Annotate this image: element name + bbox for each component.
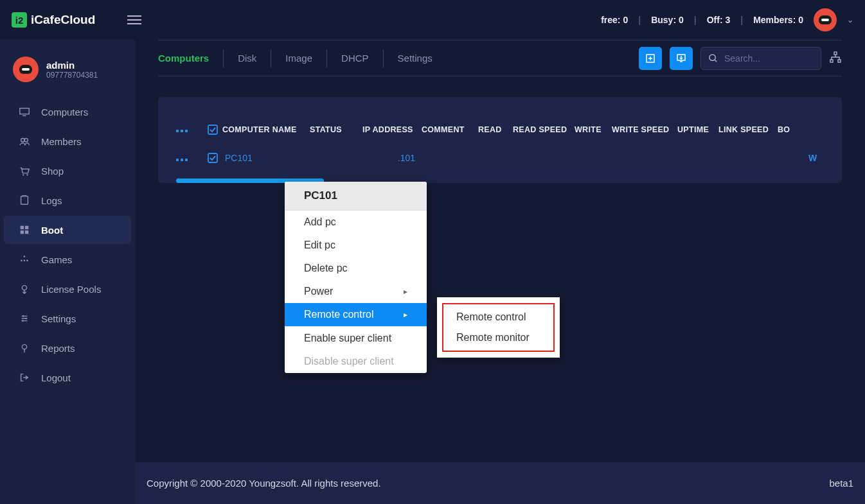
svg-point-17 [22, 320, 24, 322]
topbar: i2 iCafeCloud free: 0 | Busy: 0 | Off: 3… [0, 0, 865, 40]
tab-settings[interactable]: Settings [384, 49, 447, 67]
tab-computers[interactable]: Computers [158, 49, 224, 67]
user-avatar[interactable] [814, 8, 837, 31]
svg-rect-23 [830, 60, 833, 62]
sidebar-item-settings[interactable]: Settings [4, 304, 131, 333]
tabs: ComputersDiskImageDHCPSettings [158, 40, 447, 76]
svg-rect-5 [21, 196, 28, 205]
svg-point-16 [25, 318, 27, 320]
col-read-speed[interactable]: READ SPEED [513, 125, 575, 134]
ctx-delete-pc[interactable]: Delete pc [285, 257, 427, 280]
sidebar-item-label: Logout [41, 372, 71, 383]
add-pc-button[interactable] [639, 47, 662, 70]
status-busy: Busy: 0 [651, 15, 684, 25]
row-menu-button[interactable] [176, 153, 207, 163]
status-off: Off: 3 [707, 15, 731, 25]
chevron-down-icon[interactable]: ⌄ [847, 15, 853, 24]
main-panel: ComputersDiskImageDHCPSettings [135, 40, 865, 504]
sidebar-item-logout[interactable]: Logout [4, 363, 131, 392]
col-write-speed[interactable]: WRITE SPEED [612, 125, 677, 134]
col-ip[interactable]: IP ADDRESS [362, 125, 422, 134]
col-read[interactable]: READ [478, 125, 513, 134]
footer-copyright: Copyright © 2000-2020 Youngzsoft. All ri… [147, 478, 381, 489]
row-actions-header[interactable] [176, 125, 207, 134]
sidebar-user: admin 097778704381 [0, 51, 135, 96]
download-screen-icon [676, 53, 686, 64]
ninja-icon [819, 15, 832, 24]
menu-toggle-icon[interactable] [127, 15, 141, 24]
cell-boot: W [808, 153, 824, 163]
search-icon [701, 53, 724, 63]
col-write[interactable]: WRITE [575, 125, 612, 134]
svg-rect-22 [834, 52, 837, 55]
sidebar-item-games[interactable]: Games [4, 245, 131, 274]
context-menu-title: PC101 [285, 182, 427, 211]
col-computer-name[interactable]: COMPUTER NAME [207, 124, 310, 135]
sidebar-item-computers[interactable]: Computers [4, 98, 131, 126]
install-button[interactable] [670, 47, 693, 70]
sidebar-item-reports[interactable]: Reports [4, 334, 131, 362]
separator: | [694, 15, 697, 25]
sidebar-username: admin [46, 60, 98, 71]
svg-rect-26 [208, 153, 217, 162]
ctx-add-pc[interactable]: Add pc [285, 211, 427, 234]
svg-point-1 [21, 139, 24, 142]
computers-icon [18, 106, 31, 117]
ninja-icon [19, 65, 32, 74]
submenu-remote-control[interactable]: Remote control [443, 307, 553, 327]
cell-name: PC101 [207, 152, 310, 164]
ctx-remote-control[interactable]: Remote control [285, 303, 427, 326]
sidebar-item-shop[interactable]: Shop [4, 157, 131, 185]
ctx-power[interactable]: Power [285, 280, 427, 303]
sidebar: admin 097778704381 ComputersMembersShopL… [0, 40, 135, 504]
tab-image[interactable]: Image [271, 49, 327, 67]
logout-icon [18, 372, 31, 383]
ctx-enable-super-client[interactable]: Enable super client [285, 326, 427, 350]
sidebar-item-members[interactable]: Members [4, 127, 131, 155]
sidebar-item-license[interactable]: License Pools [4, 275, 131, 303]
topbar-right: free: 0 | Busy: 0 | Off: 3 | Members: 0 … [601, 8, 853, 31]
sidebar-item-label: Reports [41, 343, 75, 354]
table-row[interactable]: PC101 .101 W [158, 144, 842, 183]
logo-mark-icon: i2 [12, 12, 27, 28]
brand-text: iCafeCloud [31, 13, 95, 27]
status-free: free: 0 [601, 15, 628, 25]
search-box [700, 47, 821, 70]
svg-point-21 [709, 55, 715, 60]
submenu-remote-monitor[interactable]: Remote monitor [443, 327, 553, 348]
license-icon [18, 283, 31, 295]
brand-logo[interactable]: i2 iCafeCloud [12, 12, 95, 28]
boot-icon [18, 224, 31, 236]
svg-rect-24 [838, 60, 841, 62]
separator: | [740, 15, 743, 25]
svg-point-11 [21, 259, 22, 261]
settings-icon [18, 313, 31, 324]
ctx-edit-pc[interactable]: Edit pc [285, 234, 427, 257]
context-menu: PC101 Add pcEdit pcDelete pcPowerRemote … [285, 182, 427, 373]
sidebar-item-label: Games [41, 254, 72, 265]
col-status[interactable]: STATUS [310, 125, 362, 134]
footer-version: beta1 [829, 478, 853, 489]
sidebar-item-logs[interactable]: Logs [4, 186, 131, 214]
svg-point-18 [22, 345, 26, 349]
svg-rect-6 [21, 226, 24, 229]
sidebar-item-label: Shop [41, 166, 64, 177]
submenu-highlight-box: Remote controlRemote monitor [442, 303, 555, 352]
context-submenu: Remote controlRemote monitor [437, 297, 560, 358]
col-uptime[interactable]: UPTIME [677, 125, 718, 134]
sidebar-item-boot[interactable]: Boot [4, 216, 131, 244]
sidebar-item-label: Logs [41, 195, 62, 206]
sidebar-userid: 097778704381 [46, 71, 98, 80]
checkbox-checked-icon[interactable] [207, 152, 218, 164]
col-comment[interactable]: COMMENT [422, 125, 478, 134]
col-boot[interactable]: BO [778, 125, 793, 134]
col-link-speed[interactable]: LINK SPEED [718, 125, 778, 134]
search-input[interactable] [724, 53, 821, 64]
cell-ip: .101 [362, 153, 422, 163]
network-view-icon[interactable] [829, 51, 842, 66]
table-header: COMPUTER NAME STATUS IP ADDRESS COMMENT … [158, 115, 842, 144]
tab-dhcp[interactable]: DHCP [327, 49, 384, 67]
svg-rect-9 [25, 230, 28, 234]
tab-disk[interactable]: Disk [224, 49, 271, 67]
svg-point-4 [26, 174, 28, 175]
